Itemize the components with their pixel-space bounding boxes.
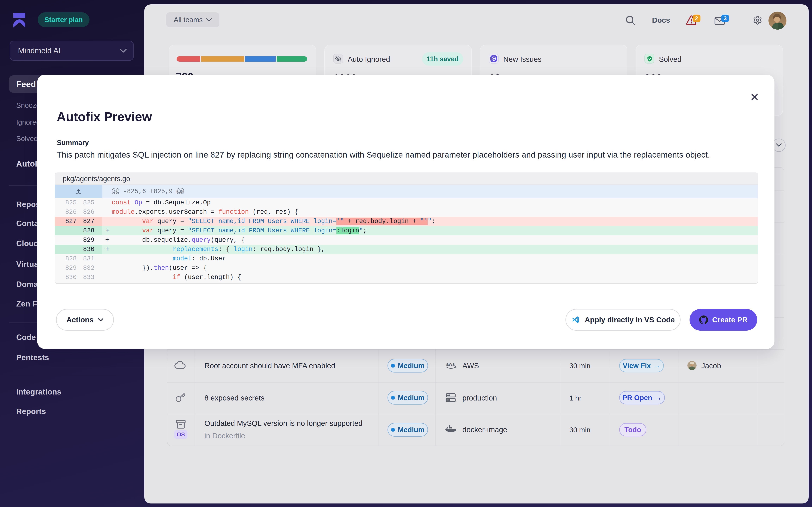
svg-text:aws: aws <box>446 361 455 367</box>
